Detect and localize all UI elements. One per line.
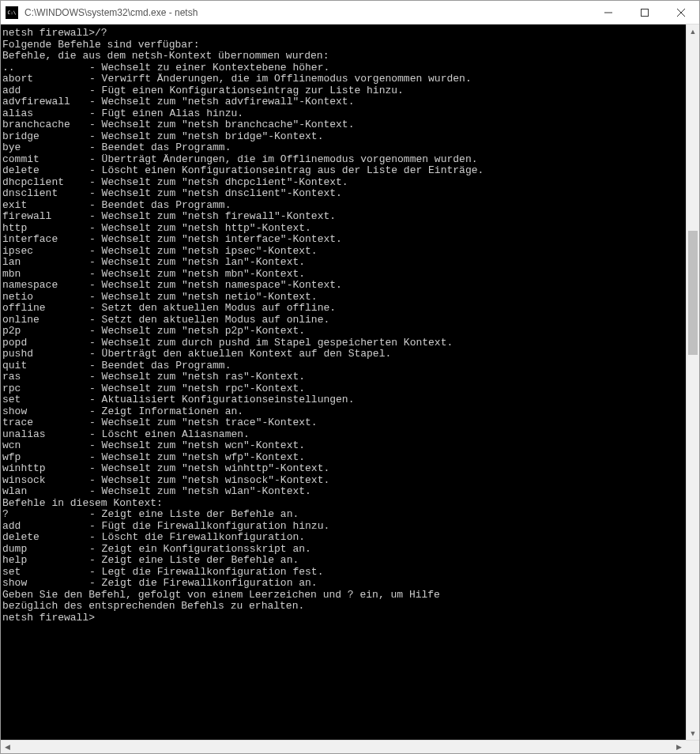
command-line: namespace- Wechselt zum "netsh namespace… — [2, 280, 686, 292]
command-description: - Löscht einen Konfigurationseintrag aus… — [89, 164, 484, 176]
command-name: ipsec — [2, 246, 89, 258]
command-description: - Wechselt zum "netsh http"-Kontext. — [89, 222, 311, 234]
command-description: - Beendet das Programm. — [89, 199, 231, 211]
command-name: netio — [2, 292, 89, 303]
command-name: ? — [2, 509, 89, 521]
command-description: - Wechselt zum "netsh dhcpclient"-Kontex… — [89, 176, 348, 188]
scroll-right-icon[interactable]: ▶ — [672, 743, 686, 751]
prompt-line: netsh firewall> — [2, 613, 686, 624]
command-line: mbn- Wechselt zum "netsh mbn"-Kontext. — [2, 269, 686, 281]
command-line: set- Legt die Firewallkonfiguration fest… — [2, 567, 686, 579]
command-line: add- Fügt die Firewallkonfiguration hinz… — [2, 521, 686, 533]
command-description: - Wechselt zum durch pushd im Stapel ges… — [89, 337, 453, 349]
command-name: add — [2, 85, 89, 97]
command-line: bridge- Wechselt zum "netsh bridge"-Kont… — [2, 131, 686, 143]
command-line: lan- Wechselt zum "netsh lan"-Kontext. — [2, 257, 686, 269]
command-line: advfirewall- Wechselt zum "netsh advfire… — [2, 96, 686, 108]
command-line: commit- Überträgt Änderungen, die im Off… — [2, 154, 686, 166]
command-line: bye- Beendet das Programm. — [2, 142, 686, 154]
command-description: - Wechselt zum "netsh rpc"-Kontext. — [89, 383, 305, 394]
command-line: quit- Beendet das Programm. — [2, 360, 686, 372]
hint-line: bezüglich des entsprechenden Befehls zu … — [2, 601, 686, 613]
command-description: - Beendet das Programm. — [89, 141, 231, 153]
command-description: - Wechselt zum "netsh p2p"-Kontext. — [89, 325, 305, 337]
command-name: help — [2, 555, 89, 567]
command-description: - Zeigt ein Konfigurationsskript an. — [89, 543, 311, 555]
command-name: ras — [2, 371, 89, 383]
command-name: online — [2, 315, 89, 326]
command-line: help- Zeigt eine Liste der Befehle an. — [2, 555, 686, 567]
command-name: add — [2, 521, 89, 533]
command-line: rpc- Wechselt zum "netsh rpc"-Kontext. — [2, 383, 686, 395]
command-line: pushd- Überträgt den aktuellen Kontext a… — [2, 349, 686, 360]
command-line: dnsclient- Wechselt zum "netsh dnsclient… — [2, 188, 686, 200]
command-description: - Wechselt zum "netsh winhttp"-Kontext. — [89, 462, 329, 474]
command-description: - Wechselt zum "netsh bridge"-Kontext. — [89, 130, 323, 142]
command-line: winhttp- Wechselt zum "netsh winhttp"-Ko… — [2, 463, 686, 475]
close-button[interactable] — [663, 1, 699, 25]
window-controls — [590, 1, 699, 25]
command-description: - Löscht die Firewallkonfiguration. — [89, 531, 305, 543]
command-name: commit — [2, 154, 89, 166]
command-name: quit — [2, 360, 89, 372]
scroll-corner — [686, 741, 699, 753]
cmd-icon: C:\ — [6, 6, 18, 19]
command-name: firewall — [2, 211, 89, 223]
terminal-output[interactable]: netsh firewall>/?Folgende Befehle sind v… — [1, 25, 686, 740]
command-line: popd- Wechselt zum durch pushd im Stapel… — [2, 337, 686, 349]
command-line: show- Zeigt die Firewallkonfiguration an… — [2, 578, 686, 590]
command-description: - Wechselt zum "netsh mbn"-Kontext. — [89, 268, 305, 280]
command-name: winsock — [2, 475, 89, 487]
vertical-scrollbar[interactable]: ▲ ▼ — [686, 25, 699, 740]
command-name: mbn — [2, 269, 89, 281]
command-line: offline- Setzt den aktuellen Modus auf o… — [2, 303, 686, 315]
window-title: C:\WINDOWS\system32\cmd.exe - netsh — [23, 7, 590, 18]
command-description: - Wechselt zum "netsh firewall"-Kontext. — [89, 210, 336, 222]
command-line: add- Fügt einen Konfigurationseintrag zu… — [2, 85, 686, 97]
command-description: - Fügt die Firewallkonfiguration hinzu. — [89, 520, 329, 532]
command-name: alias — [2, 108, 89, 120]
command-line: exit- Beendet das Programm. — [2, 200, 686, 212]
scroll-left-icon[interactable]: ◀ — [1, 743, 14, 751]
command-name: set — [2, 567, 89, 579]
command-description: - Wechselt zum "netsh trace"-Kontext. — [89, 417, 318, 428]
minimize-button[interactable] — [590, 1, 627, 25]
command-name: dhcpclient — [2, 177, 89, 189]
window-titlebar[interactable]: C:\ C:\WINDOWS\system32\cmd.exe - netsh — [1, 1, 699, 25]
scroll-up-icon[interactable]: ▲ — [687, 25, 699, 38]
scroll-thumb[interactable] — [688, 231, 698, 355]
command-name: rpc — [2, 383, 89, 395]
command-description: - Zeigt die Firewallkonfiguration an. — [89, 577, 318, 589]
command-name: delete — [2, 532, 89, 544]
command-line: interface- Wechselt zum "netsh interface… — [2, 234, 686, 246]
maximize-button[interactable] — [627, 1, 663, 25]
scroll-down-icon[interactable]: ▼ — [687, 726, 699, 740]
command-description: - Zeigt eine Liste der Befehle an. — [89, 554, 299, 566]
command-description: - Wechselt zum "netsh wlan"-Kontext. — [89, 485, 311, 497]
command-name: wlan — [2, 486, 89, 498]
command-description: - Wechselt zum "netsh namespace"-Kontext… — [89, 279, 342, 291]
scroll-track[interactable] — [687, 38, 699, 726]
command-name: popd — [2, 337, 89, 349]
command-line: ras- Wechselt zum "netsh ras"-Kontext. — [2, 371, 686, 383]
section-header: Folgende Befehle sind verfügbar: — [2, 40, 686, 51]
command-line: netio- Wechselt zum "netsh netio"-Kontex… — [2, 292, 686, 303]
section-header: Befehle in diesem Kontext: — [2, 498, 686, 510]
command-line: wcn- Wechselt zum "netsh wcn"-Kontext. — [2, 440, 686, 452]
command-description: - Wechselt zum "netsh wcn"-Kontext. — [89, 439, 305, 451]
command-line: delete- Löscht die Firewallkonfiguration… — [2, 532, 686, 544]
command-line: wfp- Wechselt zum "netsh wfp"-Kontext. — [2, 452, 686, 464]
command-line: abort- Verwirft Änderungen, die im Offli… — [2, 74, 686, 85]
command-name: wcn — [2, 440, 89, 452]
command-description: - Wechselt zum "netsh lan"-Kontext. — [89, 256, 305, 268]
command-description: - Wechselt zum "netsh interface"-Kontext… — [89, 233, 342, 245]
horizontal-scrollbar[interactable]: ◀ ▶ — [1, 740, 699, 753]
command-description: - Wechselt zum "netsh ipsec"-Kontext. — [89, 245, 318, 257]
command-name: offline — [2, 303, 89, 315]
command-description: - Legt die Firewallkonfiguration fest. — [89, 566, 323, 578]
command-description: - Überträgt Änderungen, die im Offlinemo… — [89, 153, 477, 165]
command-description: - Beendet das Programm. — [89, 360, 231, 371]
command-description: - Wechselt zum "netsh advfirewall"-Konte… — [89, 96, 354, 107]
command-name: wfp — [2, 452, 89, 464]
command-line: unalias- Löscht einen Aliasnamen. — [2, 429, 686, 441]
